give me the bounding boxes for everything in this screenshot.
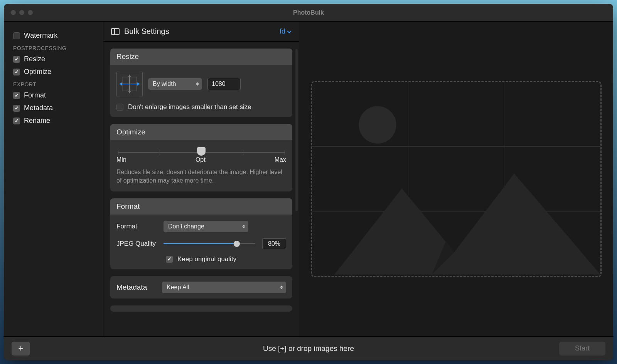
settings-header: Bulk Settings fd bbox=[103, 22, 299, 42]
svg-marker-3 bbox=[137, 82, 140, 86]
svg-marker-2 bbox=[120, 82, 122, 86]
traffic-lights bbox=[4, 10, 33, 15]
zoom-window-button[interactable] bbox=[28, 10, 33, 15]
sidebar-item-watermark[interactable]: Watermark bbox=[4, 29, 103, 42]
minimize-window-button[interactable] bbox=[19, 10, 24, 15]
resize-dimension-icon bbox=[116, 71, 143, 97]
resize-card-header: Resize bbox=[110, 49, 292, 65]
sidebar-item-format[interactable]: Format bbox=[4, 89, 103, 102]
sidebar-section-postprocessing: POSTPROCESSING bbox=[4, 42, 103, 53]
jpeg-quality-label: JPEG Quality bbox=[116, 240, 157, 248]
keep-original-checkbox[interactable] bbox=[166, 256, 173, 263]
resize-mode-value: By width bbox=[153, 81, 176, 87]
optimize-max-label: Max bbox=[275, 156, 286, 163]
plus-icon: + bbox=[19, 344, 24, 354]
sidebar-item-label: Metadata bbox=[24, 104, 53, 112]
rename-checkbox[interactable] bbox=[13, 117, 20, 124]
sidebar-item-label: Resize bbox=[24, 55, 45, 63]
format-card: Format Format Don't change JPEG Quality bbox=[110, 198, 292, 269]
settings-panel: Bulk Settings fd Resize bbox=[103, 22, 299, 336]
window-title: PhotoBulk bbox=[293, 9, 324, 16]
sidebar-item-label: Optimize bbox=[24, 68, 51, 76]
format-select[interactable]: Don't change bbox=[164, 221, 248, 232]
settings-body: Resize bbox=[103, 42, 299, 336]
metadata-card: Metadata Keep All bbox=[110, 276, 292, 299]
format-card-header: Format bbox=[110, 198, 292, 215]
dropzone-hint: Use [+] or drop images here bbox=[263, 344, 354, 353]
titlebar: PhotoBulk bbox=[4, 4, 613, 22]
format-value: Don't change bbox=[168, 223, 204, 230]
optimize-card: Optimize Min Opt M bbox=[110, 124, 292, 191]
dont-enlarge-label: Don't enlarge images smaller than set si… bbox=[128, 103, 251, 111]
rename-card-peek bbox=[110, 305, 292, 312]
sidebar: Watermark POSTPROCESSING Resize Optimize… bbox=[4, 22, 103, 336]
dont-enlarge-checkbox[interactable] bbox=[116, 104, 123, 111]
sidebar-item-label: Rename bbox=[24, 117, 50, 125]
optimize-slider[interactable] bbox=[118, 152, 285, 153]
sidebar-section-export: EXPORT bbox=[4, 78, 103, 89]
jpeg-quality-value: 80% bbox=[262, 238, 286, 249]
placeholder-image-icon bbox=[312, 82, 600, 276]
sidebar-item-metadata[interactable]: Metadata bbox=[4, 102, 103, 114]
svg-point-7 bbox=[359, 106, 396, 143]
sidebar-item-label: Format bbox=[24, 91, 46, 99]
settings-title: Bulk Settings bbox=[124, 27, 169, 36]
sidebar-item-optimize[interactable]: Optimize bbox=[4, 65, 103, 78]
resize-checkbox[interactable] bbox=[13, 56, 20, 63]
optimize-checkbox[interactable] bbox=[13, 69, 20, 75]
format-label: Format bbox=[116, 223, 157, 230]
jpeg-quality-slider[interactable] bbox=[164, 243, 255, 244]
panel-toggle-icon[interactable] bbox=[111, 28, 120, 35]
optimize-card-header: Optimize bbox=[110, 124, 292, 140]
chevron-down-icon bbox=[287, 27, 292, 35]
metadata-value: Keep All bbox=[167, 284, 189, 290]
preview-panel bbox=[299, 22, 613, 336]
optimize-slider-labels: Min Opt Max bbox=[116, 156, 286, 163]
jpeg-quality-thumb[interactable] bbox=[234, 241, 240, 247]
bottom-bar: + Use [+] or drop images here Start bbox=[4, 336, 613, 360]
add-images-button[interactable]: + bbox=[12, 342, 30, 356]
select-arrows-icon bbox=[280, 285, 283, 289]
resize-mode-select[interactable]: By width bbox=[148, 78, 202, 90]
close-window-button[interactable] bbox=[11, 10, 16, 15]
main-content: Watermark POSTPROCESSING Resize Optimize… bbox=[4, 22, 613, 336]
start-button-label: Start bbox=[575, 344, 590, 352]
sidebar-item-label: Watermark bbox=[24, 32, 57, 40]
keep-original-row[interactable]: Keep original quality bbox=[166, 255, 286, 263]
start-button[interactable]: Start bbox=[559, 342, 605, 356]
image-dropzone[interactable] bbox=[311, 81, 602, 277]
keep-original-label: Keep original quality bbox=[177, 255, 236, 263]
dont-enlarge-row[interactable]: Don't enlarge images smaller than set si… bbox=[116, 103, 286, 111]
app-window: PhotoBulk Watermark POSTPROCESSING Resiz… bbox=[4, 4, 613, 360]
select-arrows-icon bbox=[242, 225, 245, 228]
metadata-select[interactable]: Keep All bbox=[162, 282, 286, 293]
scrollbar[interactable] bbox=[295, 49, 298, 211]
metadata-card-label: Metadata bbox=[116, 283, 155, 292]
svg-marker-6 bbox=[128, 91, 131, 93]
format-checkbox[interactable] bbox=[13, 92, 20, 99]
optimize-min-label: Min bbox=[116, 156, 126, 163]
optimize-help-text: Reduces file size, doesn't deteriorate t… bbox=[116, 168, 286, 185]
sidebar-item-resize[interactable]: Resize bbox=[4, 53, 103, 65]
resize-card: Resize bbox=[110, 49, 292, 117]
optimize-opt-label: Opt bbox=[196, 156, 206, 163]
metadata-checkbox[interactable] bbox=[13, 105, 20, 112]
svg-marker-5 bbox=[128, 75, 131, 77]
resize-width-input[interactable] bbox=[207, 78, 241, 90]
preset-label: fd bbox=[280, 27, 285, 35]
preset-dropdown[interactable]: fd bbox=[280, 27, 292, 35]
watermark-checkbox[interactable] bbox=[13, 32, 20, 39]
select-arrows-icon bbox=[196, 82, 199, 86]
optimize-slider-thumb[interactable] bbox=[197, 147, 206, 156]
sidebar-item-rename[interactable]: Rename bbox=[4, 114, 103, 127]
